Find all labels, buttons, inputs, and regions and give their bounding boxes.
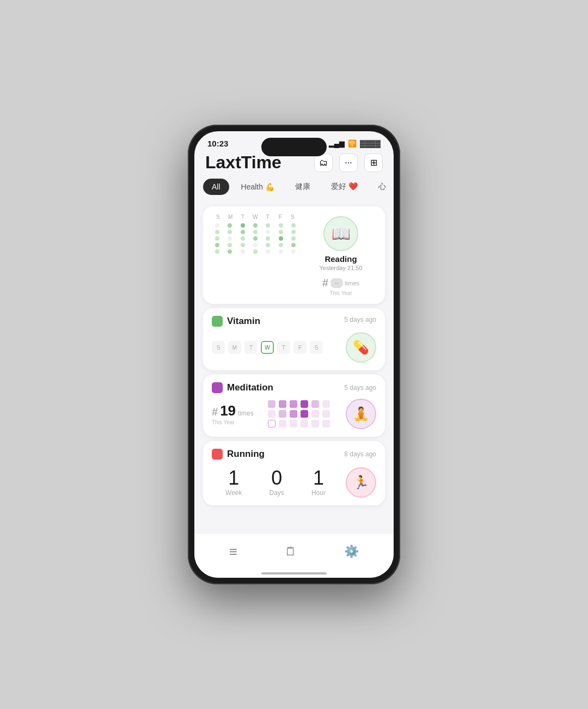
week-day-s: S	[212, 341, 225, 354]
cal-dots	[212, 223, 299, 254]
med-dot	[301, 420, 308, 427]
cal-dot	[279, 243, 283, 247]
running-stats: 1 Week 0 Days 1 Hour	[212, 468, 339, 497]
cal-dot	[291, 236, 296, 241]
cal-dot	[279, 230, 283, 234]
vitamin-days-ago: 5 days ago	[344, 316, 376, 323]
nav-calendar-button[interactable]: 🗒	[276, 540, 305, 563]
med-dot	[290, 400, 297, 408]
running-header: Running 8 days ago	[212, 449, 376, 460]
tab-xin[interactable]: 心	[370, 178, 394, 195]
meditation-days-ago: 5 days ago	[344, 384, 376, 392]
calendar-check-icon: 🗒	[285, 545, 297, 559]
med-dot	[301, 400, 308, 408]
tab-jiankang[interactable]: 健康	[286, 178, 319, 195]
vitamin-left: Vitamin	[212, 316, 260, 327]
reading-card[interactable]: S M T W T F S	[203, 206, 385, 304]
tab-health[interactable]: Health 💪	[232, 179, 283, 195]
vitamin-icon: 💊	[346, 332, 376, 363]
cal-dot	[266, 236, 270, 241]
phone-screen: 10:23 ▂▄▆ 🛜 ▓▓▓▓ LaxtTime 🗂 ···	[194, 131, 394, 578]
cal-dot	[241, 223, 245, 228]
stat-week-value: 1	[228, 468, 239, 488]
meditation-card[interactable]: Meditation 5 days ago # 19 times This Ye…	[203, 375, 385, 437]
running-body: 1 Week 0 Days 1 Hour 🏃	[212, 467, 376, 498]
reading-period: This Year	[329, 290, 352, 296]
settings-icon: ⚙️	[344, 545, 359, 559]
vitamin-color-indicator	[212, 316, 223, 327]
stat-days-label: Days	[270, 489, 284, 497]
week-day-f: F	[293, 341, 307, 354]
meditation-header: Meditation 5 days ago	[212, 382, 376, 393]
wifi-icon: ▂▄▆	[329, 139, 345, 148]
cal-label-s2: S	[286, 214, 299, 220]
med-dot	[290, 420, 297, 427]
reading-title: Reading	[324, 254, 357, 264]
cal-dot	[228, 249, 232, 254]
stat-hour: 1 Hour	[311, 468, 326, 497]
week-dot-t2: T	[277, 341, 290, 354]
pill-emoji: 💊	[353, 340, 369, 355]
med-dot	[311, 400, 319, 408]
meditation-icon: 🧘	[346, 399, 376, 429]
add-button[interactable]: ⊞	[364, 154, 383, 172]
cal-dot	[215, 249, 219, 254]
cal-dot	[253, 236, 258, 241]
more-button[interactable]: ···	[339, 154, 358, 172]
med-dot	[268, 420, 275, 427]
vitamin-bottom: S M T W T	[212, 332, 376, 363]
week-dot-w: W	[261, 341, 274, 354]
cal-label-w: W	[249, 214, 262, 220]
meditation-grid	[268, 400, 331, 427]
cal-dot	[291, 243, 296, 247]
reading-time: Yesterday 21:50	[319, 265, 362, 271]
med-dot	[322, 420, 330, 427]
med-hash-icon: #	[212, 406, 218, 418]
status-icons: ▂▄▆ 🛜 ▓▓▓▓	[329, 139, 381, 148]
cal-dot	[279, 236, 283, 241]
reading-calendar: S M T W T F S	[212, 214, 299, 296]
cal-dot	[253, 230, 258, 234]
stat-hour-label: Hour	[311, 489, 326, 497]
cal-dot	[228, 236, 232, 241]
cal-dot	[266, 249, 270, 254]
running-name: Running	[227, 449, 265, 460]
signal-icon: 🛜	[348, 139, 357, 148]
stat-days-value: 0	[271, 468, 282, 488]
cal-dot	[215, 243, 219, 247]
week-dot-t: T	[244, 341, 258, 354]
week-day-w: W	[261, 341, 274, 354]
cal-label-f: F	[274, 214, 286, 220]
bottom-nav: ≡ 🗒 ⚙️	[194, 533, 394, 578]
running-card[interactable]: Running 8 days ago 1 Week 0 Days	[203, 441, 385, 505]
count-pill: ··	[330, 278, 343, 288]
cal-dot	[253, 223, 258, 228]
cal-dot	[279, 249, 283, 254]
med-count-row: # 19 times	[212, 402, 254, 419]
med-dot	[268, 400, 275, 408]
med-dot	[301, 410, 308, 418]
cal-label-s: S	[212, 214, 224, 220]
add-icon: ⊞	[370, 157, 377, 168]
nav-settings-button[interactable]: ⚙️	[335, 540, 367, 563]
running-color-indicator	[212, 449, 223, 460]
phone-frame: 10:23 ▂▄▆ 🛜 ▓▓▓▓ LaxtTime 🗂 ···	[188, 125, 400, 584]
cal-dot	[241, 243, 245, 247]
tab-aihao[interactable]: 爱好 ❤️	[322, 178, 366, 195]
vitamin-card[interactable]: Vitamin 5 days ago S M T	[203, 308, 385, 370]
dynamic-island	[261, 138, 327, 156]
week-day-s2: S	[310, 341, 323, 354]
meditation-body: # 19 times This Year	[212, 399, 376, 429]
cal-dot	[228, 223, 232, 228]
cal-dot	[266, 230, 270, 234]
nav-list-button[interactable]: ≡	[220, 540, 246, 563]
vitamin-header: Vitamin 5 days ago	[212, 316, 376, 327]
tab-all[interactable]: All	[203, 179, 229, 195]
med-dot	[268, 410, 275, 418]
meditation-name: Meditation	[227, 382, 273, 393]
week-day-t2: T	[277, 341, 290, 354]
meditation-color-indicator	[212, 382, 223, 393]
cal-dot	[215, 230, 219, 234]
stat-week: 1 Week	[225, 468, 242, 497]
med-number: 19	[220, 402, 236, 419]
